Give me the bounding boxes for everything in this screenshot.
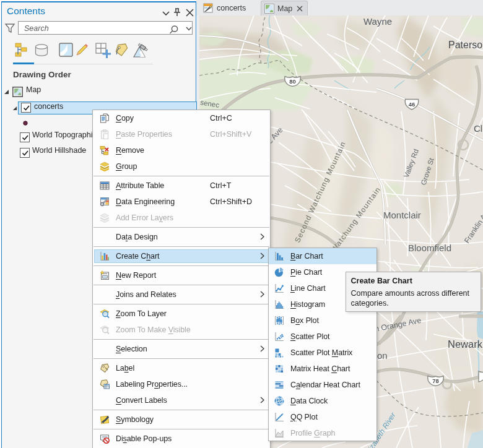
svg-text:Clifton: Clifton (474, 123, 483, 134)
svg-text:80: 80 (289, 78, 296, 85)
svg-text:Paterson: Paterson (448, 40, 483, 50)
svg-text:Newark: Newark (448, 338, 483, 350)
svg-text:Wayne: Wayne (363, 16, 392, 27)
svg-text:on: on (377, 350, 388, 361)
svg-text:Montclair: Montclair (383, 210, 421, 220)
svg-text:78: 78 (432, 377, 439, 384)
svg-text:Bloomfield: Bloomfield (408, 243, 451, 253)
svg-text:46: 46 (409, 101, 416, 108)
